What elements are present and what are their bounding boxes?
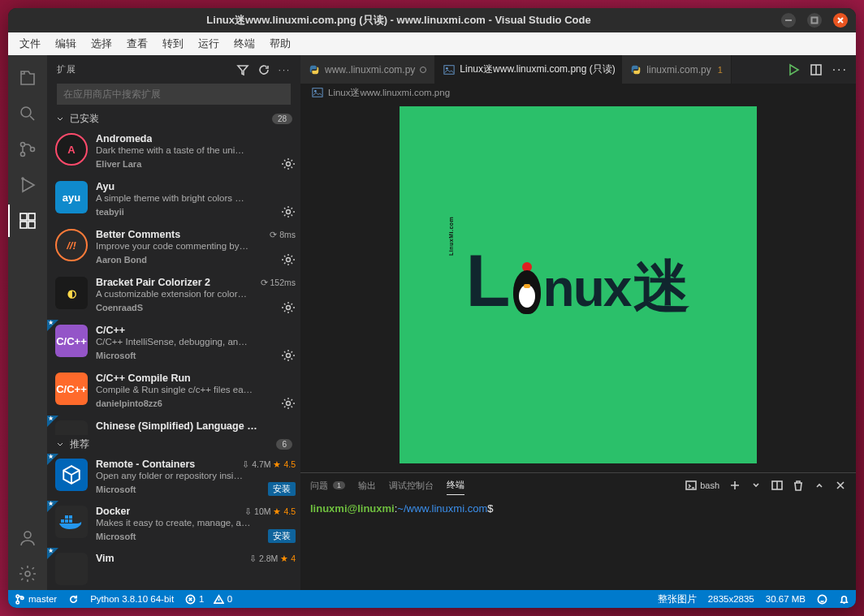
menubar: 文件 编辑 选择 查看 转到 运行 终端 帮助 [8,32,856,55]
extension-item[interactable]: Remote - Containers⇩ 4.7M ★ 4.5 Open any… [47,454,300,501]
extension-item[interactable]: C/C++ C/C++ C/C++ IntelliSense, debuggin… [47,320,300,368]
gear-icon[interactable] [281,348,296,363]
installed-list: A Andromeda Dark theme with a taste of t… [47,128,300,435]
extension-item[interactable]: A Andromeda Dark theme with a taste of t… [47,128,300,176]
install-button[interactable]: 安装 [268,529,296,543]
tab-actions: ··· [779,55,856,84]
more-icon[interactable]: ··· [832,62,848,77]
svg-rect-21 [65,515,68,519]
menu-go[interactable]: 转到 [156,35,190,53]
shell-selector[interactable]: bash [685,480,719,491]
problems-count-badge: 1 [333,481,345,489]
refresh-icon[interactable] [257,63,270,76]
svg-rect-6 [20,213,27,220]
maximize-button[interactable] [807,13,822,28]
minimize-button[interactable] [781,13,796,28]
activity-account[interactable] [8,522,47,554]
chevron-down-icon[interactable] [750,480,762,491]
svg-point-1 [21,107,31,117]
extension-item[interactable]: Vim⇩ 2.8M ★ 4 [47,548,300,590]
split-icon[interactable] [771,480,783,491]
activity-search[interactable] [8,97,47,130]
menu-edit[interactable]: 编辑 [49,35,83,53]
install-button[interactable]: 安装 [268,482,296,496]
extension-item[interactable]: Chinese (Simplified) Language … [47,416,300,435]
extension-icon [55,506,88,538]
panel-tab-output[interactable]: 输出 [358,476,376,495]
panel-tab-debug[interactable]: 调试控制台 [389,476,434,495]
gear-icon[interactable] [281,300,296,315]
image-icon [443,64,455,75]
gear-icon[interactable] [281,396,296,411]
extension-icon: C/C++ [55,373,88,405]
tab-py2[interactable]: linuxmi.com.py 1 [622,55,731,84]
status-branch[interactable]: master [15,594,57,605]
run-icon[interactable] [787,63,800,76]
plus-icon[interactable] [729,480,741,491]
terminal-content[interactable]: linuxmi@linuxmi:~/www.linuxmi.com$ [300,498,856,590]
panel-tab-problems[interactable]: 问题1 [310,476,345,495]
modified-count: 1 [718,65,723,75]
status-img-size[interactable]: 30.67 MB [766,594,806,604]
svg-point-31 [16,601,19,603]
tab-image[interactable]: Linux迷www.linuxmi.com.png (只读) [435,55,622,84]
status-problems[interactable]: 1 0 [185,594,232,605]
extension-item[interactable]: //! Better Comments⟳ 8ms Improve your co… [47,224,300,272]
svg-rect-18 [61,519,64,523]
menu-run[interactable]: 运行 [192,35,226,53]
menu-selection[interactable]: 选择 [84,35,119,53]
panel-tab-terminal[interactable]: 终端 [447,476,464,495]
activity-explorer[interactable] [8,62,47,94]
extension-icon [55,459,88,491]
svg-rect-9 [28,213,35,220]
window-title: Linux迷www.linuxmi.com.png (只读) - www.lin… [16,13,781,28]
image-preview[interactable]: LinuxMi.com L nux 迷 [300,101,856,472]
gear-icon[interactable] [281,157,296,171]
more-icon[interactable]: ··· [279,65,291,75]
python-icon [630,64,642,75]
logo-subtext: LinuxMi.com [448,217,454,256]
status-sync[interactable] [68,594,79,605]
status-img-label[interactable]: 整张图片 [658,593,697,605]
recommended-list: Remote - Containers⇩ 4.7M ★ 4.5 Open any… [47,454,300,590]
status-bell[interactable] [839,594,849,605]
menu-terminal[interactable]: 终端 [227,35,261,53]
svg-point-11 [25,571,30,576]
extensions-search-input[interactable] [57,84,291,105]
extension-item[interactable]: ◐ Bracket Pair Colorizer 2⟳ 152ms A cust… [47,272,300,320]
extension-icon: ayu [55,181,88,213]
extension-item[interactable]: ayu Ayu A simple theme with bright color… [47,176,300,224]
split-icon[interactable] [810,63,823,76]
tab-py1[interactable]: www..linuxmi.com.py [300,55,435,84]
extension-icon: C/C++ [55,325,88,357]
sidebar-header: 扩展 ··· [47,55,300,84]
sidebar-title: 扩展 [57,63,228,75]
activity-settings[interactable] [8,558,47,590]
extension-icon: //! [55,229,88,261]
bottom-panel: 问题1 输出 调试控制台 终端 bash [300,472,856,590]
status-python[interactable]: Python 3.8.10 64-bit [90,594,174,604]
status-img-dim[interactable]: 2835x2835 [708,594,754,604]
breadcrumb[interactable]: Linux迷www.linuxmi.com.png [300,84,856,101]
filter-icon[interactable] [236,63,249,76]
close-panel-icon[interactable] [835,480,846,491]
svg-point-27 [314,90,317,93]
trash-icon[interactable] [793,480,804,491]
close-button[interactable] [833,13,848,28]
menu-file[interactable]: 文件 [13,35,47,53]
recommended-ribbon [47,501,58,512]
maximize-panel-icon[interactable] [814,480,825,491]
gear-icon[interactable] [281,205,296,219]
status-feedback[interactable] [817,594,827,605]
section-recommended[interactable]: 推荐 6 [47,435,300,454]
activity-extensions[interactable] [8,205,47,237]
menu-help[interactable]: 帮助 [263,35,297,53]
extension-item[interactable]: C/C++ C/C++ Compile Run Compile & Run si… [47,368,300,416]
activity-debug[interactable] [8,169,47,201]
activity-scm[interactable] [8,133,47,166]
section-installed[interactable]: 已安装 28 [47,110,300,128]
gear-icon[interactable] [281,252,296,267]
menu-view[interactable]: 查看 [120,35,154,53]
recommended-ribbon [47,548,58,559]
extension-item[interactable]: Docker⇩ 10M ★ 4.5 Makes it easy to creat… [47,501,300,548]
